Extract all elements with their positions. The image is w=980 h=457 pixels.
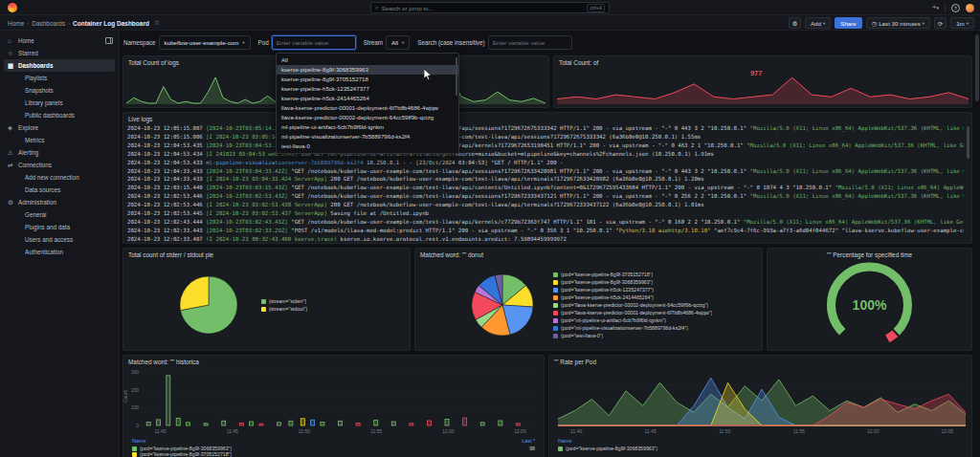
dock-menu-icon[interactable] [105, 37, 113, 44]
dashboard-settings-button[interactable]: ⚙ [789, 17, 801, 29]
legend-label: (pod="kserve-pipeline-8g9f-3705152718") [561, 272, 653, 277]
legend-item[interactable]: (pod="kserve-pipeline-8g9f-3068359963") [553, 279, 754, 285]
dropdown-option-llava-kserve-predictor-00001-deployment-6f[interactable]: llava-kserve-predictor-00001-deployment-… [277, 103, 458, 113]
chevron-down-icon: ▾ [242, 40, 244, 45]
dropdown-option-ml-pipeline-visualizationserver-7b5889796d[interactable]: ml-pipeline-visualizationserver-7b588979… [277, 132, 458, 141]
add-panel-button[interactable]: Add▾ [805, 17, 831, 29]
sidebar-item-general[interactable]: General [4, 208, 115, 221]
share-button[interactable]: Share [835, 17, 862, 29]
sidebar-item-metrics[interactable]: Metrics [4, 134, 115, 146]
legend-item[interactable]: (pod="kserve-pipeline-h5ck-2414465264") [553, 294, 754, 300]
favorite-star-icon[interactable]: ☆ [154, 19, 160, 27]
log-line: 2024-10-23 12:04:33.433 [I 2024-10-23 03… [127, 175, 964, 184]
dropdown-option-kserve-pipeline-h5ck-1235247377[interactable]: kserve-pipeline-h5ck-1235247377 [277, 84, 458, 94]
dropdown-option-ml-pipeline-ui-artifact-6cb7b9f6ld-tgnkm[interactable]: ml-pipeline-ui-artifact-6cb7b9f6ld-tgnkm [277, 122, 458, 132]
page-scrollbar[interactable] [975, 34, 979, 101]
sidebar-item-users-and-access[interactable]: Users and access [4, 233, 115, 246]
search-variable-input[interactable] [488, 35, 572, 50]
dropdown-option-all[interactable]: All [277, 55, 458, 65]
x-tick-label: 11:55 [370, 428, 382, 434]
dropdown-option-llava-kserve-predictor-00002-deployment-64[interactable]: llava-kserve-predictor-00002-deployment-… [277, 113, 458, 122]
sidebar-item-dashboards[interactable]: ▦Dashboards [4, 59, 115, 72]
dropdown-scrollbar[interactable] [456, 57, 457, 96]
breadcrumb-home[interactable]: Home [8, 20, 24, 27]
log-line: 2024-10-23 12:05:15.007 [2024-10-23T03:0… [127, 124, 964, 133]
sidebar-item-data-sources[interactable]: Data sources [4, 184, 115, 196]
total-count-chart[interactable] [557, 74, 969, 104]
panel-title[interactable]: Live logs [123, 113, 971, 124]
user-avatar[interactable] [966, 4, 974, 12]
variable-label: Namespace [123, 39, 156, 46]
panel-title[interactable]: Matched word: "" historica [123, 356, 544, 367]
dropdown-option-test-llava-0[interactable]: test-llava-0 [277, 141, 458, 151]
pod-variable-input[interactable] [272, 35, 356, 50]
grafana-logo-icon[interactable] [8, 3, 17, 12]
sidebar-item-library-panels[interactable]: Library panels [4, 97, 115, 109]
log-line: 2024-10-23 12:05:15.006 [I 2024-10-23 03… [127, 133, 964, 141]
legend-item[interactable]: (pod="test-llava-0") [553, 333, 754, 338]
panel-title[interactable]: Matched word: "" donut [415, 249, 762, 260]
breadcrumb-dashboards[interactable]: Dashboards [32, 20, 65, 27]
sidebar-item-starred[interactable]: ☆Starred [4, 47, 115, 59]
stream-select[interactable]: All▾ [386, 35, 410, 50]
sidebar-item-explore[interactable]: ◈Explore [4, 121, 115, 134]
log-lines-list[interactable]: 2024-10-23 12:05:15.007 [2024-10-23T03:0… [127, 124, 964, 241]
sidebar-item-administration[interactable]: ⚙Administration [4, 196, 115, 208]
legend-item[interactable]: (pod="kserve-pipeline-8g9f-3705152718") [553, 272, 754, 277]
legend-item[interactable]: (pod="kserve-pipeline-h5ck-1235247377") [553, 287, 754, 293]
sidebar-item-alerting[interactable]: ⚠Alerting [4, 146, 115, 159]
sidebar-item-playlists[interactable]: Playlists [4, 72, 115, 84]
logs-count-chart[interactable] [126, 74, 282, 104]
help-icon[interactable]: ? [951, 4, 960, 12]
pod-variable-dropdown: Allkserve-pipeline-8g9f-3068359963kserve… [276, 53, 459, 154]
panel-title[interactable]: "" Rate per Pod [549, 356, 971, 367]
legend-item[interactable]: {stream="stdout"} [261, 306, 307, 312]
word-donut-chart[interactable] [471, 273, 534, 337]
stderr-stdout-pie-chart[interactable] [179, 275, 238, 335]
pie-legend: {stream="stderr"}{stream="stdout"} [261, 298, 307, 312]
star-icon: ☆ [8, 50, 18, 57]
legend-item[interactable]: (pod="kserve-pipeline-8g9f-3705152718") [132, 451, 535, 457]
sidebar-item-label: Home [18, 37, 34, 44]
namespace-select[interactable]: kubeflow-user-example-com▾ [159, 35, 251, 50]
legend-name-header[interactable]: Name [132, 438, 145, 444]
sidebar-item-public-dashboards[interactable]: Public dashboards [4, 109, 115, 121]
sidebar-item-add-new-connection[interactable]: Add new connection [4, 171, 115, 184]
legend-item[interactable]: (pod="ml-pipeline-ui-artifact-6cb7b9f6ld… [553, 317, 754, 323]
donut-legend: (pod="kserve-pipeline-8g9f-3705152718")(… [553, 272, 754, 338]
sidebar-item-home[interactable]: ⌂Home [4, 34, 115, 47]
time-range-picker[interactable]: ◷Last 30 minutes▾ [866, 17, 930, 29]
panel-title[interactable]: Total count of stderr / stdout pie [123, 249, 410, 260]
legend-item[interactable]: (pod="kserve-pipeline-8g9f-3068359963") [558, 446, 963, 451]
dropdown-option-kserve-pipeline-h5ck-2414465264[interactable]: kserve-pipeline-h5ck-2414465264 [277, 94, 458, 103]
mouse-cursor [424, 67, 432, 84]
search-icon: ⌕ [375, 4, 379, 11]
sidebar-item-plugins-and-data[interactable]: Plugins and data [4, 221, 115, 233]
x-tick-label: 11:55 [793, 428, 805, 434]
logs-scrollbar[interactable] [967, 126, 969, 159]
legend-item[interactable]: (pod="ml-pipeline-visualizationserver-7b… [553, 325, 754, 331]
new-item-button[interactable]: +▾ [932, 0, 939, 15]
refresh-interval-picker[interactable]: 1m▾ [950, 17, 974, 29]
legend-item[interactable]: (pod="llava-kserve-predictor-00002-deplo… [553, 302, 754, 308]
sidebar-item-snapshots[interactable]: Snapshots [4, 84, 115, 97]
panel-title[interactable]: Total Count of logs [123, 56, 285, 68]
legend-item[interactable]: {stream="stderr"} [261, 298, 307, 304]
legend-name-header[interactable]: Name [558, 438, 571, 444]
x-tick-label: 12:00 [442, 428, 455, 434]
legend-label: (pod="kserve-pipeline-h5ck-1235247377") [561, 287, 654, 293]
legend-last-header[interactable]: Last * [522, 438, 535, 444]
legend-item[interactable]: (pod="llava-kserve-predictor-00001-deplo… [553, 310, 754, 316]
variable-label: Stream [364, 39, 383, 46]
sidebar-item-connections[interactable]: ⇄Connections [4, 159, 115, 171]
rate-chart[interactable] [558, 371, 966, 426]
panel-matched-word-donut: Matched word: "" donut (pod="kserve-pipe… [414, 248, 763, 351]
refresh-button[interactable]: ⟳ [934, 17, 947, 29]
breadcrumb-current-page: Container Log Dashboard [73, 20, 149, 27]
panel-title[interactable]: "" Percentage for specified time [768, 249, 971, 260]
histogram-chart[interactable] [143, 371, 538, 426]
global-search-input[interactable]: ⌕ Search or jump to... ctrl+k [370, 2, 610, 13]
sidebar-item-authentication[interactable]: Authentication [4, 246, 115, 258]
series-color-swatch [132, 452, 137, 457]
panel-title[interactable]: Total Count: of [554, 56, 971, 68]
